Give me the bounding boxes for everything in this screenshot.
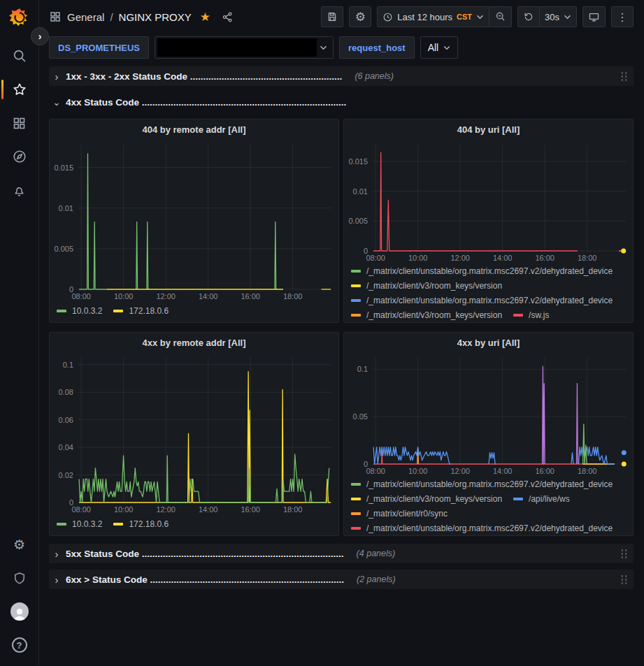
svg-text:12:00: 12:00 <box>156 505 176 514</box>
sidebar-item-help[interactable]: ? <box>0 628 39 662</box>
legend-item[interactable]: 10.0.3.2 <box>57 303 102 318</box>
svg-text:16:00: 16:00 <box>241 505 260 514</box>
sidebar-item-search[interactable] <box>0 39 39 73</box>
row-panel-count: (2 panels) <box>357 574 396 584</box>
search-icon <box>12 48 27 64</box>
request-host-variable-label[interactable]: request_host <box>339 36 415 59</box>
svg-text:0.005: 0.005 <box>348 217 368 225</box>
chevron-right-icon: › <box>53 548 60 560</box>
share-icon[interactable] <box>222 11 234 23</box>
row-drag-handle[interactable] <box>620 549 628 559</box>
panel-title[interactable]: 404 by uri [All] <box>344 120 633 139</box>
svg-text:12:00: 12:00 <box>156 292 176 301</box>
timeseries-chart[interactable]: 08:0010:0012:0014:0016:0018:0000.0050.01… <box>344 139 633 263</box>
legend-label: /sw.js <box>529 310 549 320</box>
legend-swatch <box>351 512 361 515</box>
row-4xx[interactable]: ⌄ 4xx Status Code ......................… <box>49 92 634 112</box>
legend-item[interactable]: 172.18.0.6 <box>113 303 169 318</box>
kebab-menu-button[interactable]: ⋮ <box>611 6 634 27</box>
refresh-icon <box>523 11 534 22</box>
legend-item[interactable]: /_matrix/client/unstable/org.matrix.msc2… <box>351 293 613 307</box>
zoom-out-time-button[interactable] <box>489 6 512 27</box>
dashboard-settings-button[interactable]: ⚙ <box>349 6 371 27</box>
svg-text:0.015: 0.015 <box>54 164 73 172</box>
grafana-logo-icon[interactable] <box>8 6 31 29</box>
sidebar-item-starred[interactable] <box>0 73 39 106</box>
time-range-picker[interactable]: Last 12 hours CST <box>377 6 489 27</box>
dashboard-variables-row: DS_PROMETHEUS request_host All <box>39 34 644 61</box>
gear-icon: ⚙ <box>355 11 366 23</box>
breadcrumb-folder[interactable]: General <box>67 11 104 23</box>
refresh-interval-label: 30s <box>545 12 559 22</box>
refresh-button[interactable] <box>517 6 540 27</box>
dashboard-body: › 1xx - 3xx - 2xx Status Code ..........… <box>39 61 644 589</box>
time-range-label: Last 12 hours <box>397 12 452 22</box>
datasource-variable-label[interactable]: DS_PROMETHEUS <box>49 36 149 59</box>
svg-text:0.1: 0.1 <box>357 365 368 373</box>
expand-sidebar-button[interactable]: › <box>31 27 49 45</box>
timeseries-chart[interactable]: 08:0010:0012:0014:0016:0018:0000.050.1 <box>344 352 633 477</box>
legend-label: /_matrix/client/unstable/org.matrix.msc2… <box>366 266 613 276</box>
sidebar-item-profile[interactable] <box>0 595 39 628</box>
legend-item[interactable]: 10.0.3.2 <box>57 516 102 531</box>
row-title: 6xx > Status Code ......................… <box>66 574 344 585</box>
row-5xx[interactable]: › 5xx Status Code ......................… <box>49 544 634 563</box>
svg-text:10:00: 10:00 <box>114 505 134 514</box>
kebab-icon: ⋮ <box>617 10 628 24</box>
legend-item[interactable]: /_matrix/client/unstable/org.matrix.msc2… <box>351 477 613 491</box>
panel-title[interactable]: 4xx by uri [All] <box>344 333 633 352</box>
legend-item[interactable]: /_matrix/client/r0/sync <box>351 506 448 521</box>
legend-label: 172.18.0.6 <box>129 519 169 529</box>
svg-text:0.01: 0.01 <box>353 187 368 196</box>
panel-title[interactable]: 4xx by remote addr [All] <box>50 333 338 352</box>
legend-item[interactable]: /_matrix/client/v3/room_keys/version <box>351 491 502 506</box>
request-host-variable-select[interactable]: All <box>420 36 459 59</box>
refresh-interval-picker[interactable]: 30s <box>540 6 577 27</box>
favorite-star-icon[interactable]: ★ <box>200 10 210 24</box>
panel-4xx-by-remote-addr: 4xx by remote addr [All] 08:0010:0012:00… <box>49 332 339 536</box>
legend-item[interactable]: /_matrix/client/unstable/org.matrix.msc2… <box>351 263 613 278</box>
chart-legend: /_matrix/client/unstable/org.matrix.msc2… <box>344 263 633 322</box>
monitor-icon <box>588 11 600 23</box>
breadcrumb-dashboard-title[interactable]: NGINX PROXY <box>119 11 192 23</box>
svg-text:12:00: 12:00 <box>450 254 470 262</box>
legend-swatch <box>57 310 66 312</box>
tv-mode-button[interactable] <box>582 6 606 27</box>
legend-swatch <box>513 314 523 317</box>
row-drag-handle[interactable] <box>620 574 628 585</box>
svg-text:0: 0 <box>69 498 73 507</box>
datasource-variable-select[interactable] <box>155 36 334 59</box>
legend-item[interactable]: /_matrix/client/v3/room_keys/version <box>351 278 502 293</box>
svg-text:0.06: 0.06 <box>59 416 73 424</box>
svg-text:14:00: 14:00 <box>199 505 218 514</box>
legend-item[interactable]: 172.18.0.6 <box>113 516 169 531</box>
breadcrumb-separator: / <box>110 11 113 23</box>
sidebar-item-dashboards[interactable] <box>0 106 39 140</box>
legend-label: /_matrix/client/unstable/org.matrix.msc2… <box>366 296 613 305</box>
row-drag-handle[interactable] <box>620 71 628 82</box>
chevron-down-icon <box>443 45 450 50</box>
chart-legend: 10.0.3.2172.18.0.6 <box>50 515 338 535</box>
sidebar-item-explore[interactable] <box>0 140 39 173</box>
row-1xx-3xx-2xx[interactable]: › 1xx - 3xx - 2xx Status Code ..........… <box>49 66 634 86</box>
timeseries-chart[interactable]: 08:0010:0012:0014:0016:0018:0000.020.040… <box>50 352 338 515</box>
clock-icon <box>382 12 393 22</box>
panel-title[interactable]: 404 by remote addr [All] <box>50 120 338 139</box>
chevron-right-icon: › <box>53 574 60 586</box>
legend-item[interactable]: /_matrix/client/v3/room_keys/version <box>351 307 502 322</box>
svg-text:08:00: 08:00 <box>366 467 385 475</box>
row-6xx[interactable]: › 6xx > Status Code ....................… <box>49 570 634 589</box>
save-dashboard-button[interactable] <box>321 6 343 27</box>
legend-item[interactable]: /_matrix/client/unstable/org.matrix.msc2… <box>351 521 613 535</box>
chevron-right-icon: › <box>53 71 60 82</box>
sidebar-item-server-admin[interactable] <box>0 561 39 595</box>
datasource-value-redacted <box>157 38 317 57</box>
legend-item[interactable]: /api/live/ws <box>513 491 570 506</box>
sidebar-item-alerting[interactable] <box>0 173 39 207</box>
sidebar-item-configuration[interactable]: ⚙ <box>0 528 39 561</box>
legend-item[interactable]: /sw.js <box>513 307 549 322</box>
timeseries-chart[interactable]: 08:0010:0012:0014:0016:0018:0000.0050.01… <box>50 139 338 302</box>
svg-text:14:00: 14:00 <box>493 467 513 475</box>
time-controls-group: Last 12 hours CST <box>377 6 512 27</box>
svg-text:16:00: 16:00 <box>241 292 260 301</box>
